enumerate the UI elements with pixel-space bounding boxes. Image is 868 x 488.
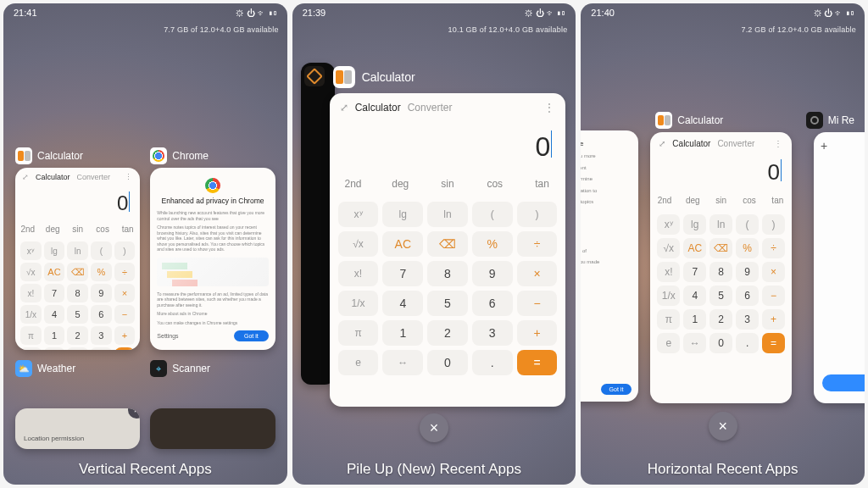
miremote-icon — [806, 112, 823, 129]
caption: Horizontal Recent Apps — [581, 461, 865, 478]
app-name: Calculator — [37, 150, 83, 162]
status-icons: ⚙ ⏻ ᯤ ▮▯ — [236, 8, 276, 18]
key-deg[interactable]: deg — [40, 220, 64, 238]
caption: Pile Up (New) Recent Apps — [292, 461, 576, 478]
chrome-settings-link[interactable]: Settings — [157, 333, 178, 339]
tab-calculator[interactable]: Calculator — [36, 173, 70, 181]
compass-icon — [304, 66, 325, 86]
app-name: Scanner — [172, 363, 210, 374]
clear-all-button[interactable]: × — [420, 413, 448, 442]
status-icons: ⚙ ⏻ ᯤ ▮▯ — [525, 8, 565, 18]
panel-vertical: 21:41 ⚙ ⏻ ᯤ ▮▯ 7.7 GB of 12.0+4.0 GB ava… — [3, 3, 287, 485]
tab-calculator[interactable]: Calculator — [355, 102, 401, 114]
clock: 21:39 — [303, 8, 326, 18]
memory-line: 10.1 GB of 12.0+4.0 GB available — [448, 25, 568, 34]
chrome-gotit-button[interactable]: Got it — [234, 330, 269, 341]
clock: 21:40 — [591, 8, 615, 18]
tab-converter[interactable]: Converter — [77, 173, 111, 181]
more-icon[interactable]: ⋮ — [125, 173, 133, 181]
weather-icon: ⛅ — [15, 360, 32, 377]
key-cos[interactable]: cos — [90, 220, 114, 238]
app-name: Calculator — [677, 114, 723, 126]
calc-display: 0 — [15, 183, 140, 220]
recent-card-scanner[interactable]: ⌖ Scanner — [150, 360, 275, 380]
expand-icon[interactable]: ⤢ — [340, 102, 348, 114]
key-sin[interactable]: sin — [65, 220, 90, 238]
app-name: Calculator — [362, 70, 415, 84]
calculator-icon — [333, 66, 355, 88]
app-name: Mi Re — [828, 114, 854, 126]
calculator-icon — [655, 112, 672, 129]
chrome-gotit-button[interactable]: Got it — [601, 384, 632, 395]
recent-card-header: Calculator — [655, 112, 723, 129]
chrome-logo-icon — [205, 178, 220, 193]
app-name: Chrome — [172, 150, 209, 162]
recent-card-header: Mi Re — [806, 112, 854, 129]
close-card-button[interactable]: × — [128, 408, 140, 419]
recent-card-weather[interactable]: ⛅ Weather — [15, 360, 140, 380]
status-icons: ⚙ ⏻ ᯤ ▮▯ — [814, 8, 854, 18]
app-name: Weather — [37, 363, 75, 374]
recent-card-calculator[interactable]: ⤢ Calculator Converter ⋮ 0 2nd deg sin c… — [330, 93, 566, 407]
scanner-icon: ⌖ — [150, 360, 167, 377]
recent-card-chrome[interactable]: n Chrome that give you more on your rece… — [581, 130, 638, 402]
status-bar: 21:41 ⚙ ⏻ ᯤ ▮▯ — [3, 3, 287, 22]
plus-icon[interactable]: + — [821, 139, 827, 152]
status-bar: 21:40 ⚙ ⏻ ᯤ ▮▯ — [581, 3, 865, 22]
expand-icon[interactable]: ⤢ — [22, 173, 29, 181]
calculator-icon — [15, 147, 32, 164]
recent-card-header: Calculator — [333, 66, 415, 88]
more-icon[interactable]: ⋮ — [774, 139, 783, 148]
primary-action-button[interactable] — [822, 374, 865, 391]
calc-keypad: xʸlgln() √xAC⌫%÷ x!789× 1/x456− π123+ e↔… — [650, 210, 792, 362]
chrome-illustration — [581, 212, 632, 224]
tab-converter[interactable]: Converter — [408, 102, 453, 114]
key-2nd[interactable]: 2nd — [15, 220, 40, 238]
chrome-icon — [150, 147, 167, 164]
recent-card-scanner-body[interactable] — [150, 408, 275, 449]
recent-card-calculator[interactable]: ⤢ Calculator Converter ⋮ 0 2nd deg sin c… — [650, 132, 792, 403]
calc-keypad: xʸlgln() √xAC⌫%÷ x!789× 1/x456− π123+ e↔… — [15, 238, 140, 350]
recent-card-calculator[interactable]: Calculator ⤢ Calculator Converter ⋮ 0 2n… — [15, 147, 140, 350]
panel-horizontal: 21:40 ⚙ ⏻ ᯤ ▮▯ 7.2 GB of 12.0+4.0 GB ava… — [581, 3, 865, 485]
calc-keypad: xʸlgln() √xAC⌫%÷ x!789× 1/x456− π123+ e↔… — [330, 197, 566, 385]
clock: 21:41 — [14, 8, 37, 18]
clear-all-button[interactable]: × — [709, 412, 737, 441]
tab-converter[interactable]: Converter — [717, 139, 754, 148]
memory-line: 7.7 GB of 12.0+4.0 GB available — [164, 25, 279, 34]
location-permission-text: Location permission — [24, 435, 84, 442]
panel-pileup: 21:39 ⚙ ⏻ ᯤ ▮▯ 10.1 GB of 12.0+4.0 GB av… — [292, 3, 576, 485]
key-tan[interactable]: tan — [115, 220, 140, 238]
recent-card-chrome[interactable]: Chrome Enhanced ad privacy in Chrome Whi… — [150, 147, 275, 350]
chrome-title: Enhanced ad privacy in Chrome — [157, 197, 268, 205]
more-icon[interactable]: ⋮ — [544, 102, 555, 114]
recent-card-weather-body[interactable]: × Location permission — [15, 408, 140, 449]
memory-line: 7.2 GB of 12.0+4.0 GB available — [741, 25, 856, 34]
calc-display: 0 — [650, 151, 792, 191]
recent-card-miremote[interactable]: + — [814, 132, 865, 403]
chrome-illustration — [157, 258, 268, 286]
expand-icon[interactable]: ⤢ — [659, 139, 665, 148]
status-bar: 21:39 ⚙ ⏻ ᯤ ▮▯ — [292, 3, 576, 22]
calc-display: 0 — [330, 117, 566, 171]
caption: Vertical Recent Apps — [3, 461, 287, 478]
tab-calculator[interactable]: Calculator — [672, 139, 710, 148]
